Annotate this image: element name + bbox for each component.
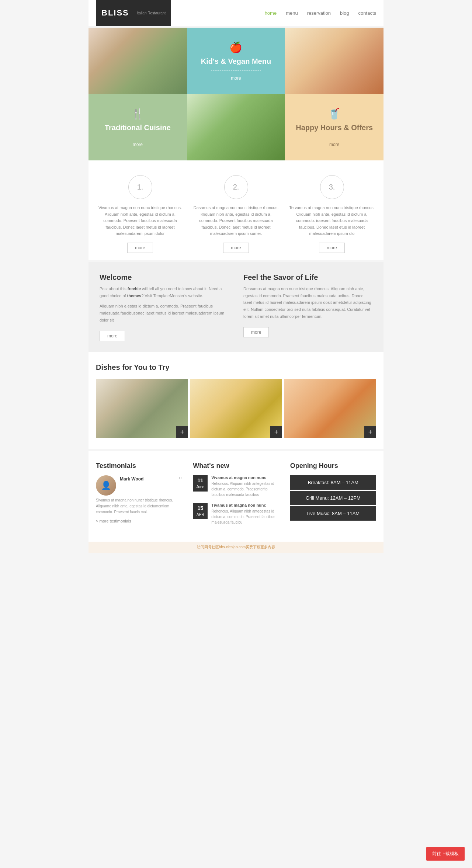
hero-happy-hours-cell[interactable]: 🥤 Happy Hours & Offers more bbox=[285, 94, 384, 160]
savor-more-button[interactable]: more bbox=[243, 327, 269, 337]
step-1-more-button[interactable]: more bbox=[127, 243, 153, 253]
welcome-text-1: Post about this freebie will tell all yo… bbox=[100, 285, 229, 299]
savor-title: Feel the Savor of Life bbox=[243, 273, 372, 282]
dish-image-1 bbox=[96, 379, 188, 438]
opening-hours-col: Opening Hours Breakfast: 8AM – 11AM Gril… bbox=[290, 462, 376, 531]
hero-dashes-3 bbox=[309, 137, 360, 137]
testimonials-col: Testimonials 👤 Mark Wood " Sivamus at ma… bbox=[96, 462, 182, 531]
step-2-more-button[interactable]: more bbox=[223, 243, 249, 253]
testimonial-content: Mark Wood " bbox=[120, 475, 182, 486]
step-3-more-button[interactable]: more bbox=[319, 243, 344, 253]
news-day-1: 11 bbox=[196, 477, 205, 485]
nav-blog[interactable]: blog bbox=[340, 10, 349, 16]
dish-image-3 bbox=[284, 379, 376, 438]
more-testimonials-link[interactable]: > more testimonials bbox=[96, 519, 182, 523]
nav-contacts[interactable]: contacts bbox=[358, 10, 376, 16]
nav-home[interactable]: home bbox=[265, 10, 277, 16]
nav-menu[interactable]: menu bbox=[286, 10, 298, 16]
news-text-1: Rehoncus. Aliquam nibh antegestas id dic… bbox=[211, 481, 279, 497]
news-day-2: 15 bbox=[196, 505, 205, 512]
welcome-more-button[interactable]: more bbox=[100, 331, 125, 341]
whats-new-title: What's new bbox=[193, 462, 279, 470]
testimonials-title: Testimonials bbox=[96, 462, 182, 470]
news-month-1: June bbox=[196, 485, 205, 490]
dish-card-1: + bbox=[96, 379, 188, 438]
dishes-grid: + + + bbox=[96, 379, 376, 438]
step-3-text: Tervamus at magna non nunc tristique rho… bbox=[288, 205, 376, 237]
welcome-text-2: Aliquam nibh e,estas id dictum a, commod… bbox=[100, 303, 229, 323]
whats-new-col: What's new 11 June Vivamus at magna non … bbox=[193, 462, 279, 531]
news-text-2: Rehoncus. Aliquam nibh antegestas id dic… bbox=[211, 508, 279, 525]
step-2-text: Dasamus at magna non nunc tristique rhon… bbox=[192, 205, 280, 237]
hero-food-image-3 bbox=[285, 28, 384, 94]
hours-bar-music: Live Music: 8AM – 11AM bbox=[290, 506, 376, 521]
header: BLISS Italian Restaurant home menu reser… bbox=[88, 0, 384, 26]
step-1-text: Vivamus at magna non nunc tristique rhon… bbox=[96, 205, 184, 237]
hero-food-image-2 bbox=[187, 94, 285, 160]
avatar: 👤 bbox=[96, 475, 116, 496]
hero-grid: 🍎 Kid's & Vegan Menu more 🍴 Traditional … bbox=[88, 28, 384, 160]
news-content-2: Tivamus at magna non nunc Rehoncus. Aliq… bbox=[211, 503, 279, 525]
hero-dashes-2 bbox=[112, 137, 163, 137]
news-date-1: 11 June bbox=[193, 475, 208, 492]
logo-title: BLISS bbox=[101, 8, 129, 18]
quote-icon: " bbox=[179, 475, 182, 486]
hero-traditional-title: Traditional Cuisine bbox=[105, 124, 171, 132]
step-3-number: 3. bbox=[320, 175, 344, 199]
news-title-2: Tivamus at magna non nunc bbox=[211, 503, 279, 507]
fruit-icon: 🍎 bbox=[229, 41, 242, 53]
dishes-title: Dishes for You to Try bbox=[96, 363, 376, 372]
savor-text: Dervamus at magna non nunc tristique rho… bbox=[243, 285, 372, 320]
news-title-1: Vivamus at magna non nunc bbox=[211, 475, 279, 480]
logo: BLISS Italian Restaurant bbox=[96, 0, 171, 26]
hours-bar-grill: Grill Menu: 12AM – 12PM bbox=[290, 491, 376, 505]
footer-bar: 访问同号社区bbs.xienjao.com买费下载更多内容 bbox=[88, 542, 384, 553]
bottom-section: Testimonials 👤 Mark Wood " Sivamus at ma… bbox=[88, 451, 384, 542]
dish-card-3: + bbox=[284, 379, 376, 438]
step-1: 1. Vivamus at magna non nunc tristique r… bbox=[96, 175, 184, 253]
opening-hours-title: Opening Hours bbox=[290, 462, 376, 470]
welcome-col-2: Feel the Savor of Life Dervamus at magna… bbox=[243, 273, 372, 341]
main-nav: home menu reservation blog contacts bbox=[265, 10, 376, 16]
step-3: 3. Tervamus at magna non nunc tristique … bbox=[288, 175, 376, 253]
welcome-title: Welcome bbox=[100, 273, 229, 282]
dishes-section: Dishes for You to Try + + + bbox=[88, 352, 384, 449]
dish-plus-button-3[interactable]: + bbox=[364, 426, 376, 438]
nav-reservation[interactable]: reservation bbox=[307, 10, 331, 16]
testimonial-text: Sivamus at magna non nuncr tristique rho… bbox=[96, 497, 182, 515]
dish-plus-button-2[interactable]: + bbox=[270, 426, 282, 438]
dish-card-2: + bbox=[190, 379, 282, 438]
news-date-2: 15 APR bbox=[193, 503, 208, 519]
step-2: 2. Dasamus at magna non nunc tristique r… bbox=[192, 175, 280, 253]
dish-image-2 bbox=[190, 379, 282, 438]
hero-dashes-1 bbox=[211, 70, 261, 71]
logo-subtitle: Italian Restaurant bbox=[133, 11, 166, 15]
news-item-2: 15 APR Tivamus at magna non nunc Rehoncu… bbox=[193, 503, 279, 525]
news-month-2: APR bbox=[196, 512, 205, 517]
hero-vegan-cell[interactable]: 🍎 Kid's & Vegan Menu more bbox=[187, 28, 285, 94]
hero-happy-title: Happy Hours & Offers bbox=[296, 124, 373, 132]
welcome-section: Welcome Post about this freebie will tel… bbox=[88, 262, 384, 352]
hero-vegan-title: Kid's & Vegan Menu bbox=[201, 57, 271, 66]
hero-happy-more[interactable]: more bbox=[329, 142, 339, 147]
drink-icon: 🥤 bbox=[328, 108, 341, 120]
footer-watermark: 访问同号社区bbs.xienjao.com买费下载更多内容 bbox=[197, 545, 275, 549]
welcome-col-1: Welcome Post about this freebie will tel… bbox=[100, 273, 229, 341]
hero-traditional-more[interactable]: more bbox=[133, 142, 143, 147]
news-item-1: 11 June Vivamus at magna non nunc Rehonc… bbox=[193, 475, 279, 497]
testimonial-block: 👤 Mark Wood " bbox=[96, 475, 182, 496]
cutlery-icon: 🍴 bbox=[131, 108, 144, 120]
step-1-number: 1. bbox=[128, 175, 152, 199]
dish-plus-button-1[interactable]: + bbox=[176, 426, 188, 438]
hero-vegan-more[interactable]: more bbox=[231, 76, 241, 81]
steps-section: 1. Vivamus at magna non nunc tristique r… bbox=[88, 160, 384, 260]
hours-bar-breakfast: Breakfast: 8AM – 11AM bbox=[290, 475, 376, 490]
news-content-1: Vivamus at magna non nunc Rehoncus. Aliq… bbox=[211, 475, 279, 497]
hero-traditional-cell[interactable]: 🍴 Traditional Cuisine more bbox=[88, 94, 187, 160]
hero-food-image-1 bbox=[88, 28, 187, 94]
testimonial-name: Mark Wood bbox=[120, 476, 143, 482]
step-2-number: 2. bbox=[224, 175, 248, 199]
